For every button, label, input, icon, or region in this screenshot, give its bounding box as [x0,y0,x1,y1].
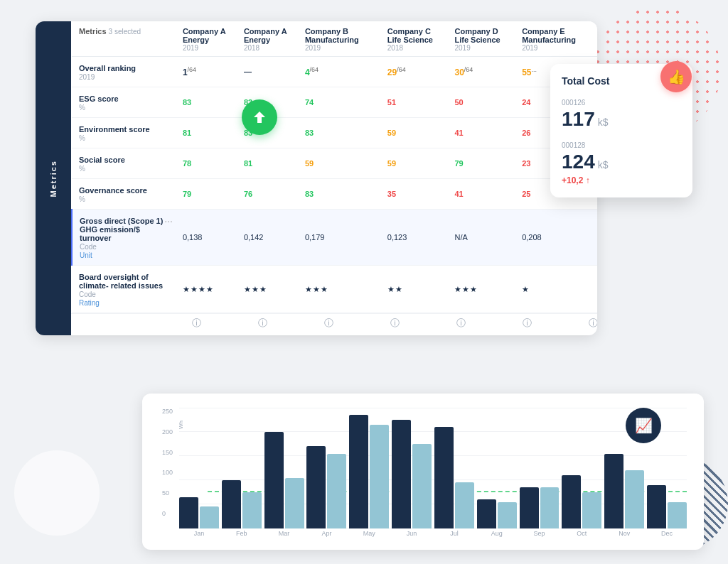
info-icon[interactable]: ⓘ [456,317,466,330]
x-label-feb: Feb [222,530,262,537]
table-row: Board oversight of climate- related issu… [72,266,597,313]
total-cost-card: 👍 Total Cost 000126 117 k$ 000128 124 k$… [550,64,692,197]
bar-group-apr [306,446,346,528]
info-icon[interactable]: ⓘ [390,317,400,330]
cell-ranking-a2019: 1/64 [176,57,237,87]
bar-group-may [349,415,389,528]
bar-light [668,502,687,528]
bar-light [370,425,389,528]
cell-ghg-c: 0,123 [380,210,448,266]
cell-ghg-a2018: 0,142 [237,210,298,266]
cell-ghg-a2019: 0,138 [176,210,237,266]
table-header-row: Metrics 3 selected Company A Energy 2019… [72,21,597,57]
info-icon[interactable]: ⓘ [589,317,597,330]
y-label-250: 250 [162,408,173,415]
comparison-table: Metrics 3 selected Company A Energy 2019… [71,21,597,313]
info-icon[interactable]: ⓘ [192,317,201,330]
col-compA2019: Company A Energy 2019 [176,21,237,57]
bar-group-jan [179,497,219,528]
bar-dark [647,485,666,528]
col-compE: Company E Manufacturing 2019 [515,21,597,57]
col-compA2018: Company A Energy 2018 [237,21,298,57]
info-icon[interactable]: ⓘ [324,317,333,330]
x-label-jan: Jan [179,530,219,537]
x-label-dec: Dec [647,530,687,537]
bar-dark [520,487,539,528]
bar-group-oct [562,475,601,528]
info-icons-row: ⓘ ⓘ ⓘ ⓘ ⓘ ⓘ ⓘ [71,313,597,334]
bar-light [285,478,304,528]
metric-ghg: Gross direct (Scope 1) GHG emission/$ tu… [72,210,176,266]
col-compB: Company B Manufacturing 2019 [298,21,380,57]
bar-group-sep [520,487,560,528]
bar-light [455,482,474,528]
bar-dark [477,499,496,528]
deco-circle-bottom-left [14,450,100,536]
chart-card: 📈 Wh 0 50 100 150 200 250 [142,394,704,550]
col-compD: Company D Life Science 2019 [447,21,515,57]
cell-ghg-d: N/A [447,210,515,266]
bar-light [412,444,432,528]
total-cost-second: 000128 124 k$ +10,2 ↑ [562,138,681,186]
bar-dark [392,420,411,528]
bar-light [200,506,219,528]
bar-light [625,470,644,528]
y-label-200: 200 [162,428,173,435]
main-container: Metrics Metrics 3 selected Company A Ene… [0,0,728,564]
cell-board-a2019: ★★★★ [176,266,237,313]
info-icon[interactable]: ⓘ [523,317,532,330]
cell-ghg-b: 0,179 [298,210,380,266]
col-metrics-sub: 3 selected [109,28,141,36]
bar-dark [264,432,284,528]
bar-dark [306,446,326,528]
col-compC: Company C Life Science 2018 [380,21,448,57]
bar-dark [222,480,241,528]
col-metrics-label: Metrics [79,27,107,36]
metric-overall-ranking: Overall ranking 2019 [72,57,176,87]
x-label-oct: Oct [562,530,601,537]
table-row: Governance score % 79 76 83 35 41 25 [72,179,597,210]
table-content: Metrics 3 selected Company A Energy 2019… [71,21,597,335]
x-label-apr: Apr [306,530,346,537]
table-row-highlighted: Gross direct (Scope 1) GHG emission/$ tu… [72,210,597,266]
cell-ghg-e: 0,208 [515,210,597,266]
x-label-jul: Jul [434,530,474,537]
y-label-150: 150 [162,449,173,456]
bar-dark [562,475,581,528]
info-icon[interactable]: ⓘ [258,317,267,330]
bar-light [582,492,601,528]
bars-area [179,408,687,528]
arrow-up-button[interactable] [242,99,277,135]
metric-esg: ESG score % [72,87,176,118]
chart-icon-badge: 📈 [626,408,661,443]
bar-group-jul [434,427,474,528]
bar-group-feb [222,480,262,528]
table-row: Environment score % 81 83 83 59 41 26 [72,118,597,148]
cell-board-e: ★ [515,266,597,313]
dots-menu-icon[interactable]: ··· [164,215,173,227]
bar-light [242,492,262,528]
x-label-aug: Aug [477,530,517,537]
cell-board-c: ★★ [380,266,448,313]
y-label-100: 100 [162,469,173,476]
total-cost-code1: 000126 [562,95,681,108]
cell-ranking-d: 30/64 [447,57,515,87]
total-cost-amount1: 117 k$ [562,108,681,131]
table-row: Social score % 78 81 59 59 79 23 [72,148,597,179]
bar-group-dec [647,485,687,528]
x-label-jun: Jun [392,530,432,537]
y-label-0: 0 [162,510,173,517]
like-icon: 👍 [660,61,692,92]
x-label-sep: Sep [520,530,560,537]
cell-board-b: ★★★ [298,266,380,313]
bar-group-nov [604,454,644,528]
bar-group-jun [392,420,432,528]
bar-light [540,487,560,528]
cell-board-a2018: ★★★ [237,266,298,313]
bar-group-mar [264,432,304,528]
col-metrics: Metrics 3 selected [72,21,176,57]
x-labels: Jan Feb Mar Apr May Jun Jul Aug Sep Oct … [179,530,687,537]
chart-icon: 📈 [635,417,653,434]
bar-light [498,502,517,528]
cell-board-d: ★★★ [447,266,515,313]
